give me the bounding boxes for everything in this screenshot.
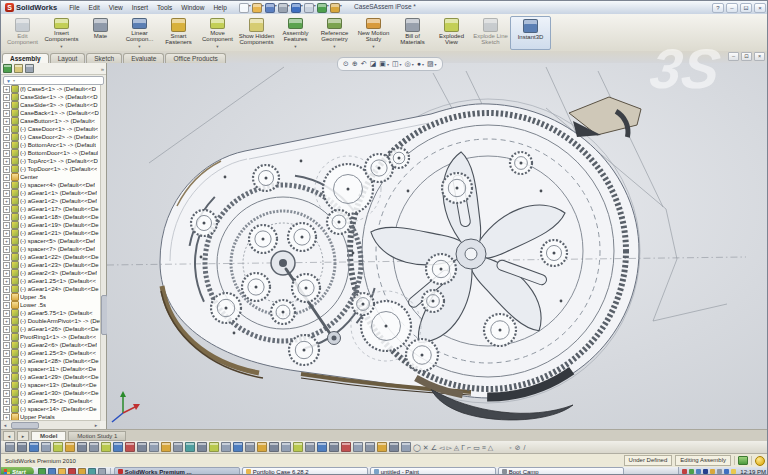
tree-item[interactable]: (-) aGear1.25<1> (Default<< xyxy=(1,277,100,285)
toolbar-icon[interactable] xyxy=(329,442,339,452)
expand-icon[interactable] xyxy=(3,390,10,397)
tree-item[interactable]: (-) spacer<4> (Default<<Def xyxy=(1,181,100,189)
toolbar-icon[interactable] xyxy=(17,442,27,452)
tree-item[interactable]: Center xyxy=(1,173,100,181)
expand-icon[interactable] xyxy=(3,366,10,373)
tree-item[interactable]: (-) spacer<7> (Default<<Def xyxy=(1,245,100,253)
toolbar-icon[interactable] xyxy=(389,442,399,452)
tree-item[interactable]: (-) TopArc<1> -> (Default<<D xyxy=(1,157,100,165)
expand-icon[interactable] xyxy=(3,158,10,165)
tree-item[interactable]: (-) TopDoor<1> -> (Default<< xyxy=(1,165,100,173)
sketch-tool-icon[interactable]: ∠ xyxy=(431,443,437,452)
menu-item[interactable]: Edit xyxy=(85,4,104,11)
window-control-button[interactable]: × xyxy=(754,3,766,13)
tree-item[interactable]: (-) aGear1<30> (Default<<De xyxy=(1,389,100,397)
expand-icon[interactable] xyxy=(3,358,10,365)
ribbon-button[interactable]: Edit Component xyxy=(3,16,42,50)
quick-launch-icon[interactable] xyxy=(68,468,76,475)
tree-item[interactable]: (-) aGear1<24> (Default<<De xyxy=(1,285,100,293)
tab-scroll-left-icon[interactable]: ◂ xyxy=(3,431,15,441)
ribbon-button[interactable]: Assembly Features xyxy=(276,16,315,50)
toolbar-icon[interactable] xyxy=(5,442,15,452)
tree-item[interactable]: (-) BottomArc<1> -> (Default xyxy=(1,141,100,149)
tray-icon[interactable] xyxy=(703,469,708,474)
toolbar-icon[interactable] xyxy=(77,442,87,452)
tree-item[interactable]: (-) aGear5.75<1> (Default< xyxy=(1,309,100,317)
configuration-manager-icon[interactable] xyxy=(25,64,34,73)
tree-item[interactable]: (-) aGear1.25<3> (Default<< xyxy=(1,349,100,357)
quick-launch-icon[interactable] xyxy=(48,468,56,475)
sketch-tool-icon[interactable]: ⌐ xyxy=(467,443,471,452)
tray-icon[interactable] xyxy=(682,469,687,474)
ribbon-button[interactable]: Instant3D xyxy=(510,16,551,50)
toolbar-icon[interactable] xyxy=(173,442,183,452)
toolbar-icon[interactable] xyxy=(53,442,63,452)
display-style-icon[interactable]: ◫ xyxy=(392,59,402,70)
tree-item[interactable]: (-) aGear1<22> (Default<<De xyxy=(1,253,100,261)
tree-item[interactable]: (-) aGear1<18> (Default<<De xyxy=(1,213,100,221)
command-manager-tab[interactable]: Assembly xyxy=(2,53,49,63)
ribbon-button[interactable]: Linear Compon... xyxy=(120,16,159,50)
expand-icon[interactable] xyxy=(3,238,10,245)
sketch-tool-icon[interactable]: ▻ xyxy=(446,443,451,452)
expand-icon[interactable] xyxy=(3,374,10,381)
toolbar-icon[interactable] xyxy=(125,442,135,452)
tab-scroll-right-icon[interactable]: ▸ xyxy=(17,431,29,441)
tree-item[interactable]: PivotRing1<1> -> (Default<< xyxy=(1,333,100,341)
command-manager-tab[interactable]: Layout xyxy=(50,53,86,63)
tree-item[interactable]: (-) CaseDoor<1> -> (Default< xyxy=(1,125,100,133)
expand-icon[interactable] xyxy=(3,262,10,269)
quick-launch-icon[interactable] xyxy=(78,468,86,475)
quick-launch-icon[interactable] xyxy=(38,468,46,475)
graphics-viewport[interactable]: ⊙⊕↶◪▣◫◎●▨ xyxy=(107,63,768,429)
taskbar-task-button[interactable]: SolidWorks Premium ... xyxy=(114,467,240,475)
toolbar-icon[interactable] xyxy=(245,442,255,452)
sketch-tool-icon[interactable]: △ xyxy=(488,443,493,452)
toolbar-icon[interactable] xyxy=(401,442,411,452)
toolbar-icon[interactable] xyxy=(161,442,171,452)
ribbon-button[interactable]: Explode Line Sketch xyxy=(471,16,510,50)
tree-item[interactable]: (-) spacer<11> (Default<<De xyxy=(1,365,100,373)
expand-icon[interactable] xyxy=(3,278,10,285)
expand-icon[interactable] xyxy=(3,382,10,389)
tree-vertical-scrollbar[interactable] xyxy=(100,85,106,421)
toolbar-icon[interactable] xyxy=(29,442,39,452)
toolbar-icon[interactable] xyxy=(101,442,111,452)
view-orientation-icon[interactable]: ▣ xyxy=(379,59,389,70)
toolbar-icon[interactable] xyxy=(221,442,231,452)
expand-icon[interactable] xyxy=(3,230,10,237)
hide-show-items-icon[interactable]: ◎ xyxy=(405,59,414,70)
toolbar-icon[interactable] xyxy=(209,442,219,452)
property-manager-icon[interactable] xyxy=(14,64,23,73)
toolbar-icon[interactable] xyxy=(353,442,363,452)
expand-icon[interactable] xyxy=(3,150,10,157)
tree-item[interactable]: Lower .5s xyxy=(1,301,100,309)
window-control-button[interactable]: ? xyxy=(712,3,724,13)
toolbar-icon[interactable] xyxy=(137,442,147,452)
expand-icon[interactable] xyxy=(3,318,10,325)
expand-icon[interactable] xyxy=(3,334,10,341)
expand-icon[interactable] xyxy=(3,254,10,261)
quick-launch-icon[interactable] xyxy=(98,468,106,475)
expand-icon[interactable] xyxy=(3,86,10,93)
tray-icon[interactable] xyxy=(731,469,736,474)
toolbar-icon[interactable] xyxy=(197,442,207,452)
tree-item[interactable]: (-) spacer<5> (Default<<Def xyxy=(1,237,100,245)
tree-item[interactable]: CaseSide<3> -> (Default<<D xyxy=(1,101,100,109)
panel-chevron-icon[interactable]: » xyxy=(101,66,104,72)
section-view-icon[interactable]: ◪ xyxy=(370,59,377,69)
tree-item[interactable]: (-) aGear1<1> (Default<<Def xyxy=(1,189,100,197)
toolbar-icon[interactable] xyxy=(41,442,51,452)
edit-appearance-icon[interactable]: ● xyxy=(417,59,424,70)
tree-item[interactable]: (-) aGear2<3> (Default<<Def xyxy=(1,269,100,277)
expand-icon[interactable] xyxy=(3,134,10,141)
quick-launch-icon[interactable] xyxy=(88,468,96,475)
taskbar-task-button[interactable]: untitled - Paint xyxy=(370,467,496,475)
tree-item[interactable]: (-) aGear1<21> (Default<<De xyxy=(1,229,100,237)
document-window-control-button[interactable]: ⊡ xyxy=(741,52,752,61)
quick-access-icon[interactable] xyxy=(330,3,340,13)
start-button[interactable]: Start xyxy=(1,467,34,475)
tree-item[interactable]: (-) aGear1<26> (Default<<De xyxy=(1,325,100,333)
expand-icon[interactable] xyxy=(3,214,10,221)
tree-item[interactable]: (-) aGear1<2> (Default<<Def xyxy=(1,197,100,205)
